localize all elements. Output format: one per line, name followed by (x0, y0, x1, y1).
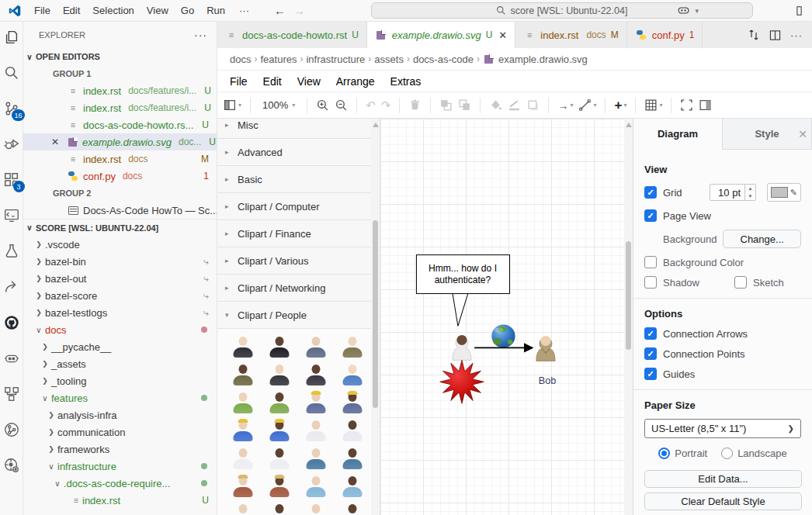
breadcrumb-item-docs[interactable]: docs (230, 54, 251, 65)
person-shape[interactable] (340, 475, 365, 498)
palette-section-clipart-networking[interactable]: ▸Clipart / Networking (217, 275, 380, 302)
drawio-menu-arrange[interactable]: Arrange (328, 74, 383, 89)
activity-explorer-icon[interactable] (2, 28, 21, 47)
background-change-button[interactable]: Change... (723, 230, 801, 248)
open-editor-item[interactable]: ≡docs-as-code-howto.rs...U (23, 116, 217, 133)
breadcrumb-item-assets[interactable]: assets (374, 54, 404, 65)
breadcrumb[interactable]: docs›features›infrastructure›assets›docs… (217, 48, 812, 70)
person-shape[interactable] (340, 503, 365, 515)
tree-item-features[interactable]: ∨features (23, 389, 217, 406)
tree-item-communication[interactable]: ❯communication (23, 423, 217, 441)
person-shape[interactable] (231, 391, 255, 414)
palette-section-advanced[interactable]: ▸Advanced (217, 139, 380, 166)
activity-testing-icon[interactable] (2, 242, 21, 261)
close-icon[interactable]: ✕ (498, 29, 507, 41)
open-changes-icon[interactable] (748, 29, 760, 41)
drawio-menu-file[interactable]: File (222, 74, 255, 89)
close-icon[interactable]: ✕ (798, 128, 807, 140)
format-panel-toggle-icon[interactable] (699, 99, 712, 112)
person-shape[interactable] (267, 475, 292, 498)
palette-scrollbar[interactable] (371, 119, 380, 515)
workspace-header[interactable]: ∨ SCORE [WSL: UBUNTU-22.04] (23, 219, 217, 236)
activity-remote-explorer-icon[interactable] (2, 206, 21, 225)
grid-color-button[interactable]: ✎ (767, 183, 801, 202)
person-shape[interactable] (231, 503, 255, 515)
open-editor-item[interactable]: ≡index.rstdocs/features/i...U (23, 82, 217, 99)
person-shape[interactable] (231, 335, 255, 358)
activity-source-control-icon[interactable]: 16 (2, 99, 21, 118)
scroll-up-icon[interactable] (626, 123, 632, 127)
zoom-out-icon[interactable] (335, 99, 348, 112)
table-icon[interactable]: ▾ (644, 99, 662, 112)
person-shape[interactable] (304, 475, 328, 498)
person-shape[interactable] (267, 503, 292, 515)
palette-section-clipart-various[interactable]: ▸Clipart / Various (217, 247, 380, 275)
tree-item-docs[interactable]: ∨docs (23, 321, 217, 338)
activity-extensions-icon[interactable]: 3 (2, 171, 21, 189)
person-shape[interactable] (304, 447, 328, 470)
person-shape[interactable] (304, 335, 328, 358)
person-shape[interactable] (231, 419, 255, 442)
person-shape[interactable] (231, 447, 255, 470)
breadcrumb-item-features[interactable]: features (260, 54, 297, 65)
tab-conf-py[interactable]: conf.py1 (627, 22, 703, 48)
canvas-scrollbar[interactable] (624, 119, 633, 515)
menu-file[interactable]: File (28, 3, 57, 18)
format-tab-diagram[interactable]: Diagram (633, 119, 723, 150)
person-shape[interactable] (340, 391, 365, 414)
connection-arrows-checkbox[interactable]: ✓ (644, 327, 657, 340)
grid-checkbox[interactable]: ✓ (644, 186, 657, 199)
person-shape[interactable] (267, 447, 292, 470)
paper-size-select[interactable]: US-Letter (8,5" x 11") ❯ (644, 419, 801, 438)
connection-style-icon[interactable]: ▾ (578, 99, 596, 112)
activity-gitlens-icon[interactable] (2, 456, 21, 475)
palette-section-misc[interactable]: ▸Misc (217, 119, 380, 139)
tree-item--docs-as-code-require-[interactable]: ∨.docs-as-code-require... (23, 475, 217, 492)
copilot-icon[interactable] (677, 4, 690, 17)
orientation-portrait[interactable]: Portrait (658, 448, 707, 459)
person-shape[interactable] (231, 475, 255, 498)
person-shape[interactable] (340, 335, 365, 358)
sketch-checkbox[interactable] (734, 276, 747, 289)
person-shape[interactable] (231, 363, 255, 386)
tree-item-infrastructure[interactable]: ∨infrastructure (23, 458, 217, 475)
tree-item-bazel-out[interactable]: ❯bazel-out⤷ (23, 270, 217, 287)
open-editor-item[interactable]: ≡index.rstdocsM (23, 150, 217, 168)
menu-edit[interactable]: Edit (57, 3, 86, 18)
person-shape[interactable] (304, 391, 328, 414)
person-shape[interactable] (267, 391, 292, 414)
landscape-radio[interactable] (721, 448, 733, 459)
person-shape[interactable] (340, 447, 365, 470)
orientation-landscape[interactable]: Landscape (721, 448, 787, 459)
drawio-menu-edit[interactable]: Edit (255, 74, 290, 89)
background-color-checkbox[interactable] (644, 256, 657, 268)
copilot-chevron-icon[interactable]: ▾ (695, 7, 699, 15)
drawio-menu-extras[interactable]: Extras (383, 74, 429, 89)
activity-run-debug-icon[interactable] (2, 135, 21, 154)
tree-item-index-rst[interactable]: ≡index.rstU (23, 492, 217, 509)
person-shape[interactable] (304, 363, 328, 386)
menu-run[interactable]: Run (200, 3, 231, 18)
person-shape[interactable] (304, 503, 328, 515)
tree-item-bazel-testlogs[interactable]: ❯bazel-testlogs⤷ (23, 304, 217, 321)
tree-item--assets[interactable]: ❯_assets (23, 355, 217, 372)
drawio-menu-view[interactable]: View (290, 74, 328, 89)
palette-section-clipart-computer[interactable]: ▸Clipart / Computer (217, 193, 380, 220)
person-shape[interactable] (304, 419, 328, 442)
fullscreen-icon[interactable] (680, 99, 693, 112)
waypoint-style-icon[interactable]: →▾ (557, 99, 573, 112)
split-editor-icon[interactable] (769, 29, 781, 41)
tree-item--tooling[interactable]: ❯_tooling (23, 372, 217, 389)
activity-github-icon[interactable] (2, 313, 21, 332)
menu-overflow[interactable]: ··· (233, 3, 255, 18)
page-view-checkbox[interactable]: ✓ (644, 209, 657, 222)
shadow-checkbox[interactable] (644, 276, 657, 289)
tree-item-frameworks[interactable]: ❯frameworks (23, 441, 217, 458)
breadcrumb-item-example.drawio.svg[interactable]: example.drawio.svg (498, 54, 588, 65)
tree-item--pycache-[interactable]: ❯__pycache__ (23, 338, 217, 355)
insert-icon[interactable]: +▾ (614, 98, 626, 113)
edit-data-button[interactable]: Edit Data... (644, 470, 802, 488)
close-icon[interactable]: ✕ (51, 137, 59, 147)
tree-item--vscode[interactable]: ❯.vscode (23, 236, 217, 253)
zoom-in-icon[interactable] (316, 99, 329, 112)
